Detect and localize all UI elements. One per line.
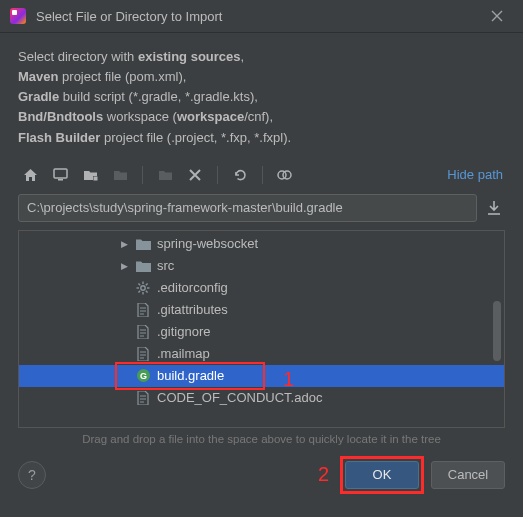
refresh-icon[interactable] — [228, 164, 252, 186]
tree-item-file[interactable]: .editorconfig — [19, 277, 504, 299]
tree-item-label: build.gradle — [157, 368, 224, 383]
svg-rect-1 — [58, 179, 63, 181]
svg-line-14 — [138, 291, 140, 293]
tree-item-folder[interactable]: ▶ src — [19, 255, 504, 277]
file-tree[interactable]: ▶ spring-websocket ▶ src .editorconfig .… — [18, 230, 505, 428]
tree-item-folder[interactable]: ▶ spring-websocket — [19, 233, 504, 255]
hint-text: Drag and drop a file into the space abov… — [18, 433, 505, 445]
scrollbar[interactable] — [493, 301, 501, 361]
tree-item-file[interactable]: .mailmap — [19, 343, 504, 365]
file-icon — [135, 303, 151, 317]
hide-path-link[interactable]: Hide path — [447, 167, 505, 182]
svg-line-11 — [138, 283, 140, 285]
home-icon[interactable] — [18, 164, 42, 186]
tree-item-label: spring-websocket — [157, 236, 258, 251]
gradle-icon: G — [135, 368, 151, 383]
annotation-2: 2 — [318, 463, 329, 486]
tree-item-selected[interactable]: G build.gradle — [19, 365, 504, 387]
file-icon — [135, 325, 151, 339]
show-hidden-icon[interactable] — [273, 164, 297, 186]
file-icon — [135, 347, 151, 361]
tree-item-label: .gitattributes — [157, 302, 228, 317]
ok-button[interactable]: OK — [345, 461, 419, 489]
module-icon — [108, 164, 132, 186]
new-folder-icon — [153, 164, 177, 186]
folder-icon — [135, 260, 151, 272]
file-icon — [135, 391, 151, 405]
svg-rect-3 — [93, 177, 97, 181]
svg-rect-0 — [54, 169, 67, 178]
help-button[interactable]: ? — [18, 461, 46, 489]
tree-item-file[interactable]: CODE_OF_CONDUCT.adoc — [19, 387, 504, 409]
desktop-icon[interactable] — [48, 164, 72, 186]
tree-item-label: src — [157, 258, 174, 273]
tree-item-label: .gitignore — [157, 324, 210, 339]
path-input[interactable] — [18, 194, 477, 222]
tree-item-label: CODE_OF_CONDUCT.adoc — [157, 390, 322, 405]
tree-item-file[interactable]: .gitignore — [19, 321, 504, 343]
window-title: Select File or Directory to Import — [36, 9, 485, 24]
tree-item-label: .editorconfig — [157, 280, 228, 295]
project-icon[interactable] — [78, 164, 102, 186]
gear-icon — [135, 281, 151, 295]
app-icon — [10, 8, 26, 24]
separator — [142, 166, 143, 184]
svg-line-12 — [146, 291, 148, 293]
separator — [262, 166, 263, 184]
intro-text: Select directory with existing sources, … — [18, 47, 505, 148]
save-path-icon[interactable] — [483, 196, 505, 220]
svg-point-6 — [141, 286, 145, 290]
annotation-1: 1 — [283, 368, 294, 391]
svg-text:G: G — [139, 371, 146, 381]
delete-icon[interactable] — [183, 164, 207, 186]
folder-icon — [135, 238, 151, 250]
cancel-button[interactable]: Cancel — [431, 461, 505, 489]
svg-line-13 — [146, 283, 148, 285]
separator — [217, 166, 218, 184]
tree-item-file[interactable]: .gitattributes — [19, 299, 504, 321]
tree-item-label: .mailmap — [157, 346, 210, 361]
svg-point-5 — [283, 171, 291, 179]
close-icon[interactable] — [485, 8, 509, 24]
